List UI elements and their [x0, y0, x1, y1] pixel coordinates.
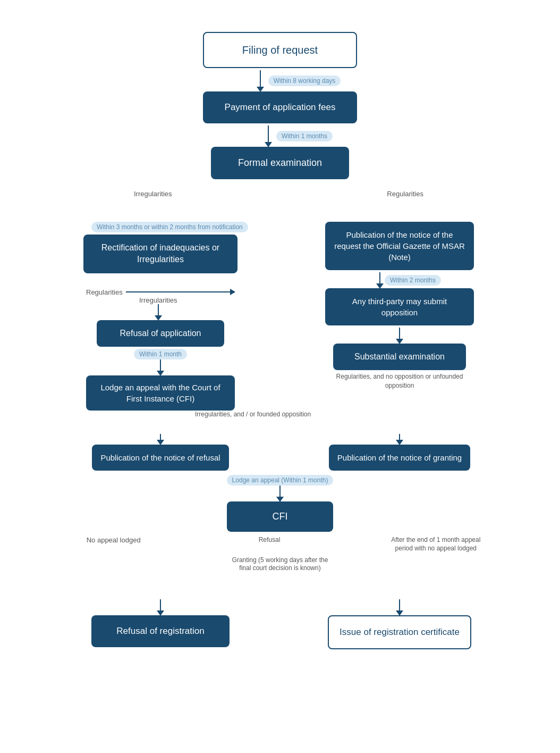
irregularities-label1: Irregularities — [134, 190, 172, 198]
pub-granting-col: Publication of the notice of granting — [325, 434, 474, 471]
pub-refusal-box: Publication of the notice of refusal — [92, 445, 228, 471]
payment-box: Payment of application fees — [203, 91, 357, 123]
arrow-issue-cert — [399, 599, 400, 615]
granting-label-row: Granting (5 working days after the final… — [41, 556, 519, 573]
timing-4: Within 2 months — [385, 275, 441, 286]
lodge-appeal-box: Lodge an appeal with the Court of First … — [86, 375, 235, 411]
regularities-arrow: Regularities — [86, 288, 235, 296]
irr-founded-label: Irregularities, and / or founded opposit… — [195, 411, 311, 419]
flowchart: Filing of request Within 8 working days … — [41, 21, 519, 732]
branch-labels: Irregularities Regularities — [41, 179, 519, 222]
arrow-refusal-down — [160, 359, 161, 375]
issue-cert-col: Issue of registration certificate — [320, 599, 479, 649]
filing-box: Filing of request — [203, 32, 357, 68]
rectification-col: Within 3 months or within 2 months from … — [86, 222, 235, 411]
timing-1: Within 8 working days — [268, 76, 341, 86]
refusal-application-box: Refusal of application — [97, 320, 224, 347]
arrow-pub-granting — [399, 434, 400, 445]
publication-request-box: Publication of the notice of the request… — [325, 222, 474, 270]
timing-2: Within 1 months — [276, 131, 333, 141]
cfi-box: CFI — [227, 501, 333, 532]
formal-section: Formal examination — [211, 147, 349, 179]
cfi-section: Lodge an appeal (Within 1 month) CFI — [227, 475, 334, 532]
row7: Refusal of registration Issue of registr… — [41, 599, 519, 649]
arrow-refusal-reg — [160, 599, 161, 615]
pub-granting-box: Publication of the notice of granting — [329, 445, 470, 471]
timing-5: Within 1 month — [134, 349, 187, 359]
publication-request-col: Publication of the notice of the request… — [325, 222, 474, 390]
arrow-third-party-down — [399, 328, 400, 344]
irregularities2-section: Irregularities — [139, 296, 177, 320]
regularities-no-opp-label: Regularities, and no opposition or unfou… — [336, 372, 463, 390]
regularities-label2: Regularities — [86, 288, 123, 296]
arrow1-section: Within 8 working days — [219, 68, 341, 91]
third-party-box: Any third-party may submit opposition — [325, 288, 474, 325]
irr-founded-label-row: Irregularities, and / or founded opposit… — [41, 411, 519, 423]
timing4-section: Within 2 months — [358, 272, 441, 288]
refusal-label: Refusal — [216, 536, 323, 545]
payment-section: Payment of application fees — [203, 91, 357, 123]
filing-section: Filing of request — [203, 32, 357, 68]
refusal-reg-box: Refusal of registration — [91, 615, 230, 647]
row5: Publication of the notice of refusal Pub… — [41, 434, 519, 471]
substantial-box: Substantial examination — [333, 344, 466, 370]
arrow2-section: Within 1 months — [227, 123, 333, 147]
issue-cert-box: Issue of registration certificate — [328, 615, 471, 649]
timing-3: Within 3 months or within 2 months from … — [91, 222, 248, 232]
row4: Within 3 months or within 2 months from … — [41, 222, 519, 411]
no-appeal-label: No appeal lodged — [71, 536, 156, 544]
formal-box: Formal examination — [211, 147, 349, 179]
row6-labels: No appeal lodged Refusal After the end o… — [41, 536, 519, 553]
timing7-label: After the end of 1 month appeal period w… — [383, 536, 489, 553]
timing8-label: Granting (5 working days after the final… — [227, 556, 333, 573]
timing-6: Lodge an appeal (Within 1 month) — [227, 475, 334, 486]
rectification-box: Rectification of inadequacies or Irregul… — [83, 235, 237, 273]
timing5-section: Within 1 month — [134, 349, 187, 359]
arrow-pub-refusal — [160, 434, 161, 445]
irregularities-label2: Irregularities — [139, 296, 177, 304]
refusal-reg-col: Refusal of registration — [81, 599, 240, 647]
pub-refusal-col: Publication of the notice of refusal — [86, 434, 235, 471]
regularities-label1: Regularities — [387, 190, 423, 198]
arrow-cfi — [279, 486, 281, 501]
